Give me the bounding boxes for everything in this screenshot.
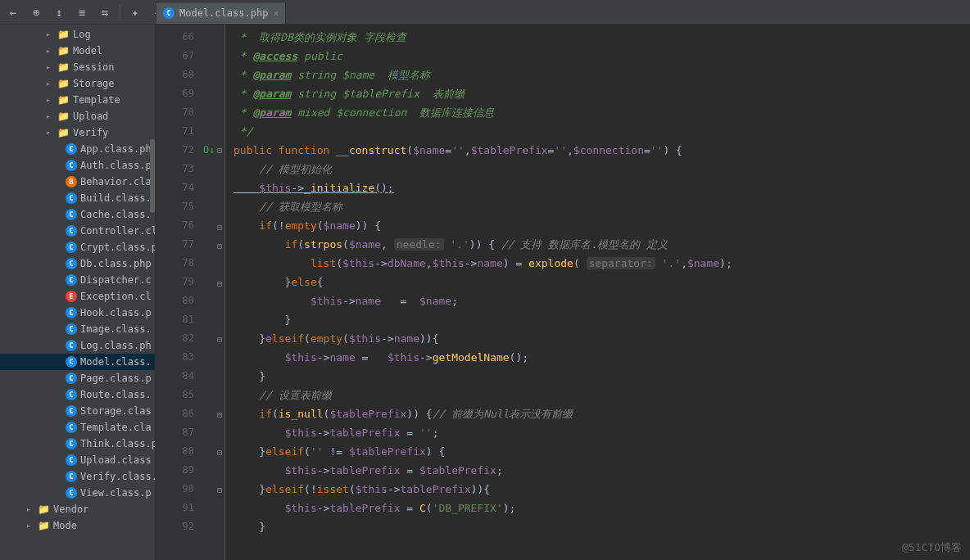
file-model-class-[interactable]: C Model.class. — [0, 354, 155, 370]
folder-model[interactable]: ▸📁 Model — [0, 43, 155, 59]
folder-storage[interactable]: ▸📁 Storage — [0, 75, 155, 92]
close-icon[interactable]: × — [273, 8, 279, 19]
settings-icon[interactable]: ✦ — [127, 4, 143, 20]
file-view-class-p[interactable]: C View.class.p — [0, 485, 155, 501]
separator — [120, 5, 120, 20]
code-content[interactable]: * 取得DB类的实例对象 字段检查 * @access public * @pa… — [225, 25, 970, 560]
php-class-icon: C — [163, 7, 175, 19]
folder-session[interactable]: ▸📁 Session — [0, 59, 155, 75]
project-tree[interactable]: ▸📁 Log▸📁 Model▸📁 Session▸📁 Storage▸📁 Tem… — [0, 25, 156, 560]
line-numbers: 6667686970717273747576777879808182838485… — [156, 25, 201, 560]
file-verify-class-p[interactable]: C Verify.class.p — [0, 468, 155, 485]
scrollbar[interactable] — [150, 139, 155, 213]
file-db-class-php[interactable]: C Db.class.php — [0, 255, 155, 272]
list-icon[interactable]: ≡ — [74, 4, 90, 20]
gutter-marks: O↓ ⊟ ⊟ ⊟ ⊟ ⊟ ⊟ ⊟ ⊟ — [201, 25, 225, 560]
file-image-class-[interactable]: C Image.class. — [0, 321, 155, 337]
folder-verify[interactable]: ▾📁 Verify — [0, 124, 155, 141]
file-controller-cl[interactable]: C Controller.cl — [0, 223, 155, 239]
tab-label: Model.class.php — [179, 7, 268, 19]
file-dispatcher-c[interactable]: C Dispatcher.c — [0, 272, 155, 288]
file-cache-class-[interactable]: C Cache.class. — [0, 206, 155, 223]
tab-model[interactable]: C Model.class.php × — [156, 2, 286, 25]
toolbar: ← ⊕ ↕ ≡ ⇆ ✦ – — [0, 0, 970, 25]
file-exception-cl[interactable]: E Exception.cl — [0, 288, 155, 305]
file-auth-class-p[interactable]: C Auth.class.p — [0, 157, 155, 174]
file-hook-class-p[interactable]: C Hook.class.p — [0, 305, 155, 321]
file-route-class-[interactable]: C Route.class. — [0, 386, 155, 403]
folder-template[interactable]: ▸📁 Template — [0, 92, 155, 108]
tab-bar: C Model.class.php × — [156, 0, 286, 25]
file-upload-class[interactable]: C Upload.class — [0, 452, 155, 468]
back-icon[interactable]: ← — [5, 4, 21, 20]
override-icon[interactable]: O↓ — [203, 141, 215, 160]
file-behavior-cla[interactable]: B Behavior.cla — [0, 174, 155, 190]
target-icon[interactable]: ⊕ — [28, 4, 44, 20]
file-build-class-p[interactable]: C Build.class.p — [0, 190, 155, 206]
code-editor[interactable]: 6667686970717273747576777879808182838485… — [156, 25, 970, 560]
folder-log[interactable]: ▸📁 Log — [0, 26, 155, 43]
swap-icon[interactable]: ⇆ — [97, 4, 113, 20]
folder-vendor[interactable]: ▸📁 Vendor — [0, 501, 155, 517]
file-log-class-ph[interactable]: C Log.class.ph — [0, 337, 155, 354]
sort-icon[interactable]: ↕ — [51, 4, 67, 20]
file-page-class-p[interactable]: C Page.class.p — [0, 370, 155, 386]
file-think-class-p[interactable]: C Think.class.p — [0, 436, 155, 452]
file-app-class-ph[interactable]: C App.class.ph — [0, 141, 155, 157]
watermark: @51CTO博客 — [902, 540, 962, 555]
folder-upload[interactable]: ▸📁 Upload — [0, 108, 155, 124]
file-storage-clas[interactable]: C Storage.clas — [0, 403, 155, 419]
folder-mode[interactable]: ▸📁 Mode — [0, 517, 155, 534]
file-template-cla[interactable]: C Template.cla — [0, 419, 155, 436]
file-crypt-class-p[interactable]: C Crypt.class.p — [0, 239, 155, 255]
